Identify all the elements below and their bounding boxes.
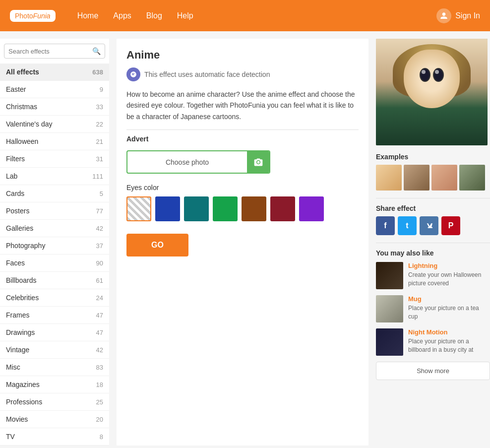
color-swatch-brown[interactable] [242,196,266,221]
sidebar-count: 83 [96,364,103,371]
sidebar-label: Vintage [6,346,29,354]
sign-in-button[interactable]: Sign In [436,8,480,23]
related-thumb-night[interactable] [376,328,403,356]
example-thumb-3[interactable] [431,165,457,191]
sidebar-label: Professions [6,398,42,406]
face-detection-notice: This effect uses automatic face detectio… [126,67,359,81]
preview-image [376,39,488,145]
sidebar-item-valentines[interactable]: Valentine's day 22 [0,116,109,133]
example-thumb-4[interactable] [459,165,485,191]
related-thumb-lightning[interactable] [376,262,403,289]
go-button[interactable]: GO [126,234,188,256]
share-label: Share effect [376,198,490,212]
sidebar-item-movies[interactable]: Movies 20 [0,411,109,428]
eyes-color-label: Eyes color [126,184,359,192]
sidebar-count: 31 [96,155,103,163]
camera-button[interactable] [247,151,269,173]
sidebar-item-lab[interactable]: Lab 111 [0,168,109,185]
share-facebook-button[interactable]: f [376,216,395,235]
share-twitter-button[interactable]: t [398,216,417,235]
sidebar-item-vintage[interactable]: Vintage 42 [0,341,109,359]
sidebar: 🔍 All effects 638 Easter 9 Christmas 33 … [0,39,109,446]
related-desc-lightning: Create your own Halloween picture covere… [408,271,490,288]
sidebar-count: 37 [96,242,103,250]
related-link-mug[interactable]: Mug [408,295,490,303]
logo-funia: Funia [33,12,51,20]
share-vk-button[interactable] [420,216,438,235]
sidebar-count: 111 [92,173,103,180]
photo-chooser[interactable]: Choose photo [126,150,270,174]
sidebar-item-drawings[interactable]: Drawings 47 [0,324,109,341]
search-icon: 🔍 [92,47,101,55]
sidebar-item-halloween[interactable]: Halloween 21 [0,133,109,150]
share-buttons: f t P [376,216,490,235]
effect-description: How to become an anime character? Use th… [126,89,359,122]
sidebar-item-filters[interactable]: Filters 31 [0,150,109,168]
nav-apps[interactable]: Apps [113,11,131,20]
nav-home[interactable]: Home [77,11,99,20]
content-area: Anime This effect uses automatic face de… [117,39,368,446]
sidebar-item-photography[interactable]: Photography 37 [0,237,109,255]
sidebar-label: Misc [6,363,20,371]
sidebar-count: 638 [92,68,103,76]
sidebar-label: Posters [6,207,29,215]
sidebar-item-celebrities[interactable]: Celebrities 24 [0,289,109,307]
sidebar-count: 42 [96,346,103,354]
sidebar-label: Celebrities [6,294,39,302]
sidebar-item-galleries[interactable]: Galleries 42 [0,220,109,237]
sidebar-item-easter[interactable]: Easter 9 [0,81,109,98]
sidebar-item-all-effects[interactable]: All effects 638 [0,64,109,81]
sidebar-label: Galleries [6,224,33,232]
related-link-night[interactable]: Night Motion [408,328,490,336]
sidebar-item-misc[interactable]: Misc 83 [0,359,109,376]
example-thumb-1[interactable] [376,165,402,191]
sidebar-count: 20 [96,416,103,423]
example-thumb-2[interactable] [404,165,429,191]
search-box[interactable]: 🔍 [4,44,105,59]
sidebar-item-cards[interactable]: Cards 5 [0,185,109,202]
logo[interactable]: PhotoFunia [10,10,58,22]
sidebar-count: 77 [96,207,103,215]
sidebar-label: Lab [6,172,17,180]
sidebar-item-magazines[interactable]: Magazines 18 [0,376,109,393]
sidebar-label: Halloween [6,137,38,145]
sidebar-item-billboards[interactable]: Billboards 61 [0,272,109,289]
sidebar-item-frames[interactable]: Frames 47 [0,307,109,324]
nav-blog[interactable]: Blog [146,11,162,20]
color-swatch-pattern[interactable] [126,196,151,221]
face-detection-text: This effect uses automatic face detectio… [144,70,270,78]
show-more-button[interactable]: Show more [376,362,490,380]
logo-photo: Photo [15,12,33,20]
related-link-lightning[interactable]: Lightning [408,262,490,269]
related-info-lightning: Lightning Create your own Halloween pict… [408,262,490,288]
sidebar-label: Drawings [6,328,35,336]
sidebar-count: 22 [96,121,103,128]
search-input[interactable] [8,48,92,55]
nav-help[interactable]: Help [177,11,193,20]
color-swatch-darkred[interactable] [270,196,295,221]
face-detection-icon [126,67,140,81]
color-swatch-blue[interactable] [155,196,180,221]
sidebar-count: 90 [96,259,103,267]
sidebar-item-professions[interactable]: Professions 25 [0,393,109,411]
sidebar-label: TV [6,433,15,441]
color-swatch-purple[interactable] [299,196,324,221]
related-thumb-mug[interactable] [376,295,403,322]
sidebar-item-faces[interactable]: Faces 90 [0,255,109,272]
sidebar-label: All effects [6,68,39,76]
sidebar-label: Easter [6,85,26,93]
color-swatch-green[interactable] [213,196,238,221]
choose-photo-button[interactable]: Choose photo [127,153,247,171]
effect-title: Anime [126,49,359,62]
share-pinterest-button[interactable]: P [441,216,460,235]
color-swatch-teal[interactable] [184,196,209,221]
sidebar-item-christmas[interactable]: Christmas 33 [0,98,109,116]
sidebar-count: 9 [100,86,103,93]
related-info-mug: Mug Place your picture on a tea cup [408,295,490,321]
user-icon [436,8,451,23]
sidebar-item-posters[interactable]: Posters 77 [0,202,109,220]
sidebar-item-tv[interactable]: TV 8 [0,428,109,446]
sidebar-count: 33 [96,103,103,111]
sidebar-count: 42 [96,225,103,232]
related-item-mug: Mug Place your picture on a tea cup [376,295,490,322]
